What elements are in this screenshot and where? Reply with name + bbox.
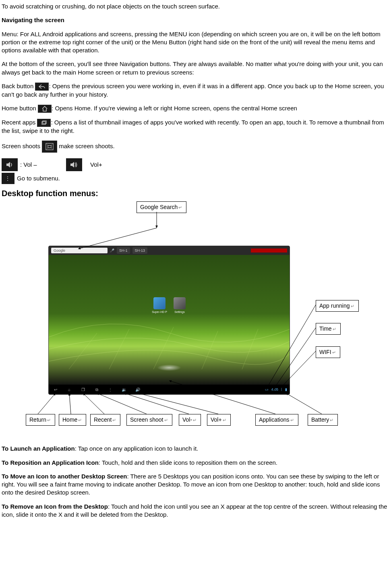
volume-row: : Vol – Vol+: [2, 158, 389, 171]
scratch-warning: To avoid scratching or crushing, do not …: [2, 2, 389, 10]
howto-remove: To Remove an Icon from the Desktop: Touc…: [2, 503, 389, 519]
nav-status: ▭ 4:05 ⧙ ▮: [265, 387, 290, 392]
tablet-google-label: Google: [54, 248, 65, 253]
desktop-function-heading: Desktop function menus:: [2, 188, 389, 199]
submenu-icon: ⋮: [2, 173, 14, 184]
callout-vol-plus: Vol+↵: [207, 414, 231, 426]
callout-wifi: WIFI↵: [316, 346, 340, 358]
tablet-seg2: SH-13: [132, 247, 148, 254]
howto-launch: To Launch an Application: Tap once on an…: [2, 445, 389, 453]
nav-recent[interactable]: ❐: [76, 387, 90, 393]
screenshot-icon: [42, 141, 57, 153]
screenshot-desc: Screen shoots make screen shoots.: [2, 141, 389, 153]
nav-app-running-icon: ▭: [265, 387, 269, 392]
tablet-navbar: ↩ ⌂ ❐ ⧉ ⋮ 🔉 🔊 ▭ 4:05 ⧙ ▮: [49, 385, 290, 394]
tablet-seg1: SH-1: [117, 247, 130, 254]
howto-remove-b: To Remove an Icon from the Desktop: [2, 503, 108, 510]
callout-time: Time↵: [316, 323, 341, 335]
tablet-google-search[interactable]: Google: [51, 248, 108, 253]
svg-line-10: [138, 393, 218, 414]
recent-apps-text: : Opens a list of thumbnail images of ap…: [2, 119, 384, 134]
callout-home: Home↵: [59, 414, 86, 426]
callout-app-running: App running↵: [316, 300, 359, 312]
callout-applications: Applications↵: [255, 414, 298, 426]
nav-clock: 4:05: [271, 387, 278, 392]
recent-apps-desc: Recent apps : Opens a list of thumbnail …: [2, 118, 389, 135]
tablet-app-settings[interactable]: Settings: [172, 297, 188, 314]
callout-return: Return↵: [26, 414, 55, 426]
home-button-text: : Opens Home. If you're viewing a left o…: [52, 105, 297, 112]
tablet-body: Super-HD P Settings: [49, 255, 290, 385]
recent-icon: [37, 119, 51, 127]
nav-submenu[interactable]: ⋮: [103, 387, 117, 393]
screenshot-text: make screen shoots.: [59, 143, 114, 149]
howto-move: To Move an Icon to another Desktop Scree…: [2, 472, 389, 497]
menu-paragraph: Menu: For ALL Android applications and s…: [2, 30, 389, 55]
tablet-red-bar: [251, 248, 287, 253]
svg-line-6: [69, 393, 71, 414]
svg-line-5: [38, 393, 56, 414]
submenu-row: ⋮ Go to submenu.: [2, 173, 389, 184]
svg-rect-1: [43, 121, 46, 124]
nav-vol-down[interactable]: 🔉: [117, 387, 131, 393]
callout-google-search: Google Search↵: [137, 201, 186, 213]
nav-return[interactable]: ↩: [49, 387, 62, 393]
tablet-app-superhd[interactable]: Super-HD P: [151, 297, 168, 314]
callout-battery: Battery↵: [308, 414, 338, 426]
submenu-text: Go to submenu.: [17, 174, 60, 182]
nav-vol-up[interactable]: 🔊: [131, 387, 145, 393]
svg-line-8: [97, 393, 147, 414]
howto-launch-t: : Tap once on any application icon to la…: [75, 445, 199, 452]
howto-repos-b: To Reposition an Application Icon: [2, 459, 99, 466]
nav-screenshot[interactable]: ⧉: [90, 387, 103, 393]
nav-heading: Navigating the screen: [2, 16, 389, 24]
svg-rect-0: [42, 122, 46, 124]
callout-vol-minus: Vol-↵: [179, 414, 201, 426]
nav-battery-icon: ▮: [285, 387, 287, 392]
tablet-topbar: Google 🎤 SH-1 SH-13: [49, 246, 290, 255]
vol-up-icon: [66, 158, 82, 171]
recent-apps-label: Recent apps: [2, 119, 37, 126]
tablet-glow: [157, 364, 181, 371]
home-icon: [38, 105, 52, 113]
howto-reposition: To Reposition an Application Icon: Touch…: [2, 459, 389, 467]
tablet-mock: Google 🎤 SH-1 SH-13 Super-HD P Settings: [48, 246, 290, 395]
svg-rect-2: [46, 143, 53, 150]
svg-line-12: [286, 393, 322, 414]
howto-move-b: To Move an Icon to another Desktop Scree…: [2, 473, 127, 480]
back-button-text: : Opens the previous screen you were wor…: [2, 83, 384, 98]
home-button-desc: Home button : Opens Home. If you're view…: [2, 104, 389, 113]
back-button-label: Back button: [2, 83, 35, 89]
desktop-diagram: Google 🎤 SH-1 SH-13 Super-HD P Settings: [26, 201, 388, 427]
nav-home[interactable]: ⌂: [62, 387, 76, 393]
vol-plus-text: Vol+: [90, 161, 102, 169]
bottom-paragraph: At the bottom of the screen, you'll see …: [2, 60, 389, 77]
howto-repos-t: : Touch, hold and then slide icons to re…: [99, 459, 277, 466]
svg-line-9: [124, 393, 189, 414]
nav-wifi-icon: ⧙: [281, 387, 283, 392]
callout-screenshoot: Screen shoot↵: [126, 414, 172, 426]
callout-recent: Recent↵: [90, 414, 120, 426]
svg-line-7: [83, 393, 104, 414]
vol-down-icon: [2, 158, 18, 171]
svg-rect-3: [48, 145, 51, 148]
screenshot-label: Screen shoots: [2, 143, 42, 149]
home-button-label: Home button: [2, 105, 38, 112]
back-icon: [35, 83, 49, 91]
howto-launch-b: To Launch an Application: [2, 445, 75, 452]
back-button-desc: Back button : Opens the previous screen …: [2, 82, 389, 99]
vol-minus-text: : Vol –: [20, 161, 37, 169]
